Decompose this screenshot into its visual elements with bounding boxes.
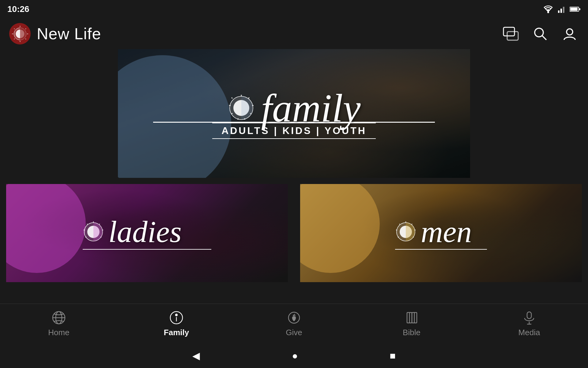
media-mic-icon — [522, 310, 537, 325]
tab-home[interactable]: Home — [31, 307, 86, 340]
svg-line-10 — [25, 29, 26, 29]
svg-rect-6 — [579, 8, 580, 10]
men-logo-icon — [395, 221, 417, 243]
men-text: men — [395, 217, 487, 250]
hero-text: family ADULTS | KIDS | YOUTH — [153, 88, 435, 139]
svg-line-20 — [542, 36, 546, 40]
svg-point-0 — [547, 11, 549, 13]
cards-row: ladies — [0, 184, 588, 282]
tab-bible[interactable]: Bible — [384, 307, 439, 340]
status-icons — [543, 5, 581, 13]
home-button[interactable]: ● — [292, 350, 298, 362]
ladies-logo-icon — [83, 221, 104, 243]
svg-line-14 — [14, 39, 15, 39]
tab-home-label: Home — [48, 328, 69, 337]
tab-media[interactable]: Media — [502, 307, 557, 340]
home-globe-icon — [51, 310, 66, 325]
account-icon — [562, 26, 577, 41]
hero-banner[interactable]: family ADULTS | KIDS | YOUTH — [118, 49, 470, 178]
back-button[interactable]: ◀ — [192, 350, 200, 362]
family-logo-icon — [228, 94, 255, 122]
main-content: family ADULTS | KIDS | YOUTH — [0, 49, 588, 304]
svg-point-21 — [567, 29, 573, 35]
nav-actions — [502, 25, 579, 43]
svg-point-55 — [175, 314, 177, 316]
ladies-card[interactable]: ladies — [6, 184, 288, 282]
app-logo — [9, 23, 31, 44]
svg-line-30 — [232, 113, 232, 114]
tab-bible-label: Bible — [403, 328, 420, 337]
tab-give[interactable]: Give — [266, 307, 322, 340]
svg-line-36 — [99, 224, 100, 224]
svg-line-12 — [25, 39, 26, 39]
wifi-icon — [543, 5, 554, 13]
ladies-text: ladies — [83, 217, 211, 250]
ladies-title-text: ladies — [108, 217, 182, 247]
account-icon-button[interactable] — [560, 25, 579, 43]
men-card-title: men — [395, 217, 487, 247]
side-panel-right — [507, 49, 588, 178]
svg-line-39 — [85, 237, 86, 237]
ladies-underline — [83, 249, 211, 250]
svg-rect-3 — [563, 7, 564, 13]
svg-line-45 — [412, 224, 412, 224]
battery-icon — [570, 6, 581, 12]
svg-line-29 — [238, 118, 238, 120]
status-time: 10:26 — [7, 4, 29, 14]
search-icon — [533, 26, 548, 41]
men-title-text: men — [421, 217, 472, 247]
men-underline — [395, 249, 487, 250]
family-info-icon — [169, 310, 184, 325]
chat-icon-button[interactable] — [502, 25, 520, 43]
tab-give-label: Give — [286, 328, 302, 337]
tab-bar: Home Family Give Bible — [0, 304, 588, 343]
side-panel-left — [0, 49, 81, 178]
svg-rect-2 — [560, 9, 562, 13]
bible-icon — [404, 310, 419, 325]
svg-line-32 — [232, 98, 232, 98]
nav-bar: New Life — [0, 18, 588, 49]
hero-subtitle: ADULTS | KIDS | YOUTH — [212, 123, 376, 139]
svg-rect-5 — [570, 8, 578, 11]
search-icon-button[interactable] — [531, 25, 549, 43]
recents-button[interactable]: ■ — [390, 350, 396, 362]
tab-family[interactable]: Family — [149, 307, 204, 340]
svg-rect-62 — [527, 312, 531, 319]
system-nav-bar: ◀ ● ■ — [0, 343, 588, 368]
svg-line-48 — [398, 237, 399, 237]
app-brand: New Life — [9, 23, 101, 44]
hero-title-text: family — [261, 88, 361, 128]
svg-point-19 — [535, 28, 543, 37]
logo-icon — [12, 25, 28, 42]
svg-line-41 — [87, 224, 88, 224]
tab-media-label: Media — [518, 328, 540, 337]
svg-line-16 — [14, 29, 15, 29]
signal-icon — [557, 5, 566, 13]
app-title: New Life — [37, 25, 101, 43]
svg-rect-1 — [558, 10, 560, 13]
svg-line-25 — [248, 98, 249, 98]
ladies-card-title: ladies — [83, 217, 211, 247]
give-icon — [286, 310, 302, 325]
svg-line-50 — [399, 224, 400, 224]
status-bar: 10:26 — [0, 0, 588, 18]
men-card[interactable]: men — [300, 184, 582, 282]
tab-family-label: Family — [164, 328, 189, 337]
chat-icon — [503, 27, 519, 41]
